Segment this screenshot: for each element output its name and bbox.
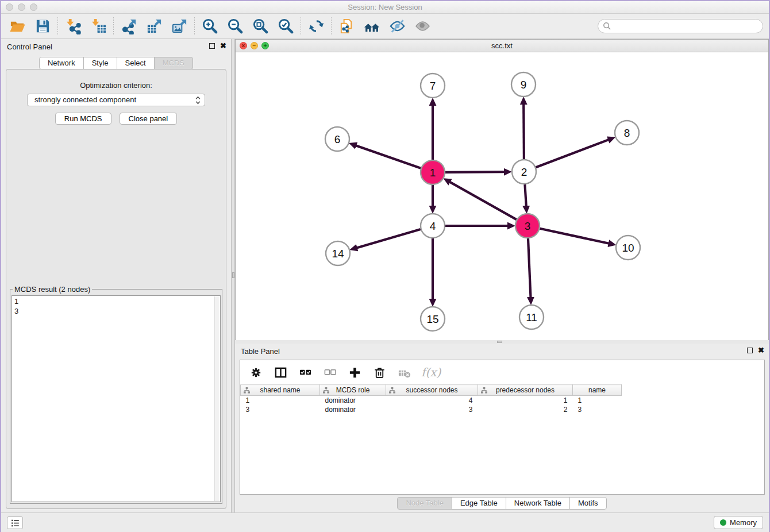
graph-edge-3-1[interactable] bbox=[450, 182, 517, 220]
zoom-fit-button[interactable] bbox=[250, 16, 271, 37]
zoom-out-button[interactable] bbox=[225, 16, 245, 37]
search-input[interactable] bbox=[598, 19, 763, 33]
float-panel-icon[interactable] bbox=[209, 43, 215, 49]
graph-edge-1-2[interactable] bbox=[445, 172, 505, 172]
delete-column-button[interactable] bbox=[372, 365, 387, 380]
graph-edge-3-11[interactable] bbox=[528, 238, 531, 298]
network-minimize-button[interactable]: − bbox=[251, 42, 258, 49]
show-all-button[interactable] bbox=[412, 16, 433, 37]
vertical-splitter[interactable] bbox=[231, 39, 235, 512]
task-history-button[interactable] bbox=[7, 516, 23, 529]
node-table: shared nameMCDS rolesuccessor nodesprede… bbox=[240, 384, 622, 414]
table-tab-network-table[interactable]: Network Table bbox=[506, 497, 570, 510]
table-tab-edge-table[interactable]: Edge Table bbox=[452, 497, 506, 510]
export-network-button[interactable] bbox=[118, 16, 139, 37]
save-session-button[interactable] bbox=[32, 16, 53, 37]
graph-edge-2-9[interactable] bbox=[523, 104, 524, 159]
maximize-window-button[interactable] bbox=[30, 3, 37, 11]
close-panel-icon[interactable]: ✖ bbox=[758, 347, 764, 354]
add-column-button[interactable] bbox=[347, 365, 362, 380]
graph-node-6[interactable]: 6 bbox=[325, 127, 349, 151]
export-table-button[interactable] bbox=[144, 16, 164, 37]
first-neighbors-icon bbox=[364, 18, 380, 34]
graph-node-3[interactable]: 3 bbox=[515, 214, 540, 238]
result-scrollbar[interactable] bbox=[214, 296, 220, 501]
graph-node-8[interactable]: 8 bbox=[615, 121, 639, 145]
close-window-button[interactable] bbox=[6, 3, 13, 11]
graph-edge-3-10[interactable] bbox=[540, 229, 609, 244]
table-row[interactable]: 3dominator323 bbox=[241, 405, 622, 414]
tab-style[interactable]: Style bbox=[83, 57, 117, 70]
memory-button[interactable]: Memory bbox=[714, 516, 763, 529]
network-canvas[interactable]: 1 2 3 4 6 7 8 9 10 11 14 15 bbox=[236, 52, 768, 340]
graph-edge-2-8[interactable] bbox=[536, 140, 609, 167]
run-mcds-button[interactable]: Run MCDS bbox=[55, 113, 111, 125]
svg-text:15: 15 bbox=[426, 313, 438, 325]
table-cell: 4 bbox=[386, 396, 478, 405]
hierarchy-icon bbox=[389, 387, 395, 395]
tab-select[interactable]: Select bbox=[117, 57, 155, 70]
table-panel-title: Table Panel bbox=[241, 347, 280, 356]
close-panel-icon[interactable]: ✖ bbox=[220, 43, 226, 49]
graph-node-9[interactable]: 9 bbox=[511, 72, 536, 97]
column-header-successor-nodes[interactable]: successor nodes bbox=[386, 385, 478, 396]
graph-edge-2-3[interactable] bbox=[525, 184, 526, 206]
graph-node-2[interactable]: 2 bbox=[512, 160, 536, 184]
svg-text:2: 2 bbox=[521, 166, 528, 178]
apply-layout-button[interactable] bbox=[306, 16, 326, 37]
graph-node-1[interactable]: 1 bbox=[421, 160, 445, 184]
svg-text:6: 6 bbox=[334, 133, 341, 145]
minimize-window-button[interactable] bbox=[18, 3, 25, 11]
graph-node-10[interactable]: 10 bbox=[616, 236, 640, 260]
save-session-icon bbox=[34, 18, 51, 34]
graph-node-15[interactable]: 15 bbox=[421, 307, 445, 331]
first-neighbors-button[interactable] bbox=[361, 16, 382, 37]
new-network-from-selection-icon bbox=[338, 18, 355, 34]
graph-edge-1-6[interactable] bbox=[356, 145, 421, 168]
zoom-selected-button[interactable] bbox=[275, 16, 296, 37]
criterion-select[interactable]: strongly connected component bbox=[27, 94, 205, 106]
export-image-button[interactable] bbox=[169, 16, 190, 37]
mcds-result-list[interactable]: 1 3 bbox=[11, 295, 221, 502]
network-graph: 1 2 3 4 6 7 8 9 10 11 14 15 bbox=[236, 52, 768, 340]
deselect-all-button[interactable] bbox=[322, 365, 337, 380]
graph-node-14[interactable]: 14 bbox=[326, 241, 350, 265]
table-tab-motifs[interactable]: Motifs bbox=[569, 497, 607, 510]
select-all-button[interactable] bbox=[298, 365, 313, 380]
tab-network[interactable]: Network bbox=[39, 57, 84, 70]
import-table-button[interactable] bbox=[88, 16, 109, 37]
graph-node-7[interactable]: 7 bbox=[421, 74, 445, 98]
column-header-name[interactable]: name bbox=[573, 385, 622, 396]
open-session-button[interactable] bbox=[7, 16, 28, 37]
network-close-button[interactable]: × bbox=[240, 42, 247, 49]
column-header-predecessor-nodes[interactable]: predecessor nodes bbox=[478, 385, 573, 396]
settings-gear-button[interactable] bbox=[248, 365, 263, 380]
toolbar-separator bbox=[57, 17, 58, 36]
new-network-from-selection-button[interactable] bbox=[336, 16, 357, 37]
table-panel-header: Table Panel ✖ bbox=[235, 344, 769, 360]
toggle-panel-button[interactable] bbox=[273, 365, 288, 380]
right-column: × − + scc.txt 1 2 3 4 6 7 8 9 10 11 14 1… bbox=[235, 39, 769, 512]
column-header-MCDS-role[interactable]: MCDS role bbox=[320, 385, 386, 396]
graph-edge-4-14[interactable] bbox=[357, 229, 421, 248]
graph-node-11[interactable]: 11 bbox=[519, 305, 544, 329]
close-panel-button[interactable]: Close panel bbox=[120, 113, 178, 125]
hide-selected-button[interactable] bbox=[387, 16, 407, 37]
graph-node-4[interactable]: 4 bbox=[421, 214, 445, 238]
import-network-button[interactable] bbox=[63, 16, 83, 37]
mcds-panel: Optimization criterion: strongly connect… bbox=[6, 69, 226, 509]
svg-text:14: 14 bbox=[332, 248, 344, 260]
window-titlebar: Session: New Session bbox=[1, 1, 769, 14]
table-row[interactable]: 1dominator411 bbox=[241, 396, 622, 405]
hierarchy-icon bbox=[244, 387, 250, 395]
table-tabs: Node TableEdge TableNetwork TableMotifs bbox=[235, 497, 769, 510]
float-panel-icon[interactable] bbox=[747, 348, 753, 353]
control-panel: Control Panel ✖ NetworkStyleSelectMCDS O… bbox=[1, 39, 231, 512]
network-maximize-button[interactable]: + bbox=[261, 42, 269, 49]
tab-mcds[interactable]: MCDS bbox=[154, 57, 193, 70]
zoom-in-button[interactable] bbox=[199, 16, 220, 37]
column-header-shared-name[interactable]: shared name bbox=[241, 385, 320, 396]
zoom-in-icon bbox=[202, 18, 218, 34]
table-tab-node-table[interactable]: Node Table bbox=[397, 497, 452, 510]
table-toolbar: f(x) bbox=[240, 360, 764, 384]
